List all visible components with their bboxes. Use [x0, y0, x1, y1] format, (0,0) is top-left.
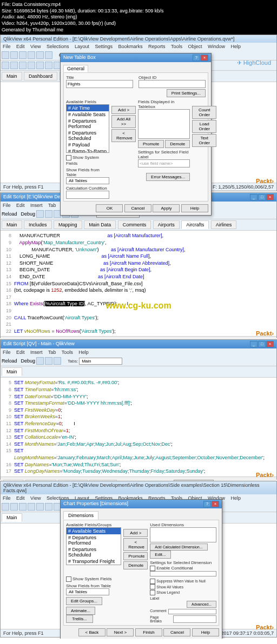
close-icon[interactable]: ×	[266, 341, 274, 347]
tab-dimensions[interactable]: Dimensions	[63, 511, 98, 520]
tb-icon[interactable]	[10, 62, 18, 69]
tb-icon[interactable]	[19, 503, 27, 511]
tab-main[interactable]: Main	[2, 72, 22, 81]
objid-input[interactable]	[138, 80, 206, 88]
tb-icon[interactable]	[28, 503, 35, 511]
cancel-button[interactable]: Cancel	[124, 204, 151, 212]
remove-button[interactable]: < Remove	[123, 538, 148, 551]
reload-button[interactable]: Reload	[2, 211, 17, 217]
ok-button[interactable]: OK	[96, 204, 123, 212]
available-fields-list[interactable]: # Air Time # Available Seats # Departure…	[66, 104, 109, 153]
list-item[interactable]: # Transported Freight	[67, 558, 121, 565]
list-item[interactable]: # Ramp-To-Ramp Time	[67, 148, 109, 153]
tb-icon[interactable]	[36, 503, 44, 511]
menu-selections[interactable]: Selections	[47, 44, 69, 49]
trellis-button[interactable]: Trellis...	[66, 615, 93, 623]
menu-insert[interactable]: Insert	[30, 350, 43, 355]
tab-comments[interactable]: Comments	[118, 220, 151, 229]
list-item[interactable]: # Available Seats	[67, 111, 109, 118]
menu-layout[interactable]: Layout	[75, 44, 89, 49]
demote-button[interactable]: Demote	[123, 561, 148, 569]
tab-airlines[interactable]: Airlines	[211, 220, 237, 229]
code-editor[interactable]: 8 MANUFACTURER as [Aircraft Manufacturer…	[1, 231, 276, 336]
menu-tools[interactable]: Tools	[62, 350, 73, 355]
tb-icon[interactable]	[36, 210, 44, 218]
add-button[interactable]: Add >	[123, 529, 148, 537]
tb-icon[interactable]	[10, 51, 18, 59]
menu-insert[interactable]: Insert	[30, 203, 43, 208]
menu-object[interactable]: Object	[188, 44, 202, 49]
tb-icon[interactable]	[28, 51, 35, 59]
help-button[interactable]: Help	[192, 628, 219, 636]
max-icon[interactable]: □	[258, 341, 266, 347]
demote-button[interactable]: Demote	[165, 140, 190, 148]
reload-button[interactable]: Reload	[2, 358, 17, 364]
tab-mapping[interactable]: Mapping	[54, 220, 82, 229]
menu-edit[interactable]: Edit	[16, 203, 25, 208]
tb-icon[interactable]	[2, 51, 9, 59]
show-sys-checkbox[interactable]	[66, 155, 71, 160]
tab-aircrafts[interactable]: Aircrafts	[181, 220, 209, 229]
tb-icon[interactable]	[45, 210, 52, 218]
tb-icon[interactable]	[2, 62, 9, 69]
list-item[interactable]: # Departures Performed	[67, 534, 121, 546]
addcalc-button[interactable]: Add Calculated Dimension...	[150, 544, 207, 551]
tb-icon[interactable]	[28, 62, 35, 69]
debug-button[interactable]: Debug	[21, 358, 36, 364]
menu-help[interactable]: Help	[231, 44, 241, 49]
tb-icon[interactable]	[45, 51, 52, 59]
avail-fields-list[interactable]: # Available Seats # Departures Performed…	[66, 527, 121, 565]
tab-maindata[interactable]: Main Data	[84, 220, 116, 229]
list-item[interactable]: # Payload	[67, 142, 109, 148]
menu-settings[interactable]: Settings	[95, 44, 113, 49]
menu-file[interactable]: File	[3, 495, 11, 501]
animate-button[interactable]: Animate...	[66, 607, 95, 615]
tb-icon[interactable]	[45, 503, 52, 511]
print-settings-button[interactable]: Print Settings...	[167, 89, 206, 97]
help-icon[interactable]: ?	[193, 55, 200, 61]
tab-main[interactable]: Main	[2, 220, 22, 229]
tb-icon[interactable]	[36, 357, 44, 365]
list-item[interactable]: # Air Time	[67, 105, 109, 111]
loadorder-button[interactable]: Load Order	[192, 120, 216, 133]
tb-icon[interactable]	[45, 357, 52, 365]
tab-airports[interactable]: Airports	[153, 220, 180, 229]
menu-window[interactable]: Window	[208, 44, 225, 49]
menu-help[interactable]: Help	[78, 350, 89, 355]
code-editor[interactable]: 5SET MoneyFormat='Rs. #,##0.00;Rs. -#,##…	[1, 378, 276, 476]
min-icon[interactable]: _	[250, 194, 258, 200]
tables-dropdown[interactable]: All Tables	[66, 177, 109, 184]
menu-edit[interactable]: Edit	[16, 350, 25, 355]
tb-icon[interactable]	[36, 62, 44, 69]
advanced-button[interactable]: Advanced...	[187, 601, 216, 608]
back-button[interactable]: < Back	[78, 628, 105, 636]
add-button[interactable]: Add >	[111, 106, 136, 114]
menu-edit[interactable]: Edit	[16, 495, 25, 501]
menu-tab[interactable]: Tab	[48, 203, 56, 208]
tb-icon[interactable]	[19, 62, 27, 69]
menu-tools[interactable]: Tools	[171, 44, 182, 49]
tab-includes[interactable]: Includes	[24, 220, 52, 229]
tb-icon[interactable]	[10, 503, 18, 511]
comment-input[interactable]	[168, 609, 216, 614]
tb-icon[interactable]	[45, 62, 52, 69]
menu-help[interactable]: Help	[231, 495, 241, 501]
close-icon[interactable]: ×	[201, 55, 208, 61]
menu-file[interactable]: File	[3, 44, 11, 49]
tab-main[interactable]: Main	[2, 367, 22, 376]
countorder-button[interactable]: Count Order	[192, 106, 216, 119]
list-item[interactable]: # Departures Scheduled	[67, 546, 121, 558]
menu-file[interactable]: File	[3, 350, 11, 355]
edit-button[interactable]: Edit...	[150, 551, 170, 559]
list-item[interactable]: # Departures Performed	[67, 118, 109, 130]
menu-bookmarks[interactable]: Bookmarks	[118, 44, 143, 49]
tabs-dropdown[interactable]: Main	[79, 358, 122, 365]
menu-reports[interactable]: Reports	[148, 44, 166, 49]
pagebreaks-dropdown[interactable]	[173, 615, 216, 623]
help-button[interactable]: Help	[181, 204, 208, 212]
cancel-button[interactable]: Cancel	[163, 628, 190, 636]
close-icon[interactable]: ×	[266, 194, 274, 200]
menu-view[interactable]: View	[30, 44, 41, 49]
textorder-button[interactable]: Text Order	[192, 134, 216, 147]
errmsg-button[interactable]: Error Messages...	[146, 173, 190, 181]
